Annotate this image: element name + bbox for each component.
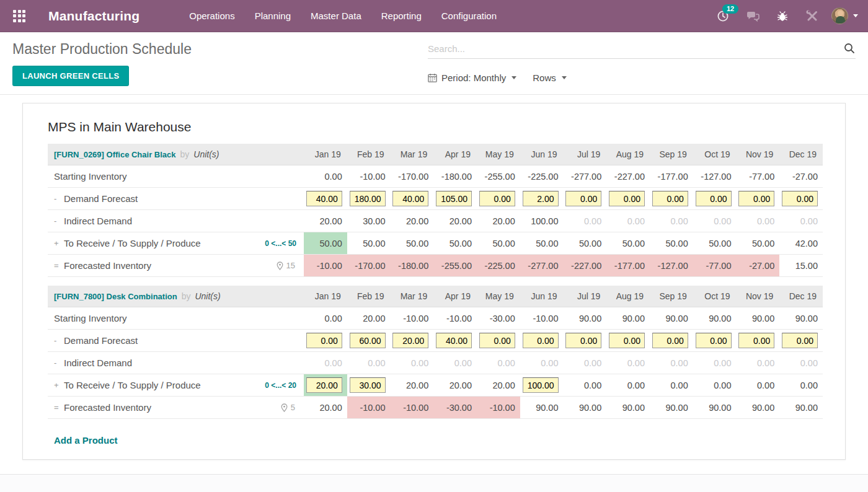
forecast-input[interactable] (306, 191, 342, 206)
search-input[interactable] (428, 43, 843, 54)
cell-value: 0.00 (627, 358, 645, 368)
forecast-input[interactable] (782, 191, 818, 206)
row-label-cell: Starting Inventory (48, 165, 304, 187)
forecast-input[interactable] (523, 333, 559, 348)
user-menu[interactable] (831, 7, 858, 24)
cell-value: 20.00 (450, 380, 472, 390)
forecast-input[interactable] (392, 333, 428, 348)
cell-value: 0.00 (325, 172, 342, 182)
forecast-input[interactable] (652, 191, 688, 206)
forecast-input[interactable] (436, 333, 472, 348)
forecast-input[interactable] (523, 191, 559, 206)
mps-cell: 90.00 (737, 397, 780, 418)
mps-cell: -170.00 (391, 165, 434, 187)
forecast-input[interactable] (523, 377, 559, 393)
product-link[interactable]: [FURN_7800] Desk Combination (54, 292, 177, 301)
cell-value: 20.00 (406, 380, 428, 390)
month-header: Mar 19 (391, 149, 434, 159)
cell-value: 20.00 (450, 216, 472, 226)
forecast-input[interactable] (696, 333, 732, 348)
add-product-link[interactable]: Add a Product (54, 435, 118, 446)
search-icon[interactable] (843, 42, 856, 55)
product-link[interactable]: [FURN_0269] Office Chair Black (54, 150, 176, 159)
row-indirect-demand: -Indirect Demand20.0030.0020.0020.0020.0… (48, 210, 823, 232)
cell-value: 50.00 (450, 239, 472, 248)
control-panel: Master Production Schedule LAUNCH GREEN … (0, 32, 868, 95)
mps-cell (304, 188, 347, 209)
forecast-input[interactable] (565, 333, 601, 348)
lead-time-indicator: 5 (281, 403, 304, 412)
mps-cell: -30.00 (477, 307, 520, 329)
forecast-input[interactable] (392, 191, 428, 206)
mps-cell: 0.00 (304, 352, 347, 374)
apps-menu-icon[interactable] (10, 7, 29, 25)
forecast-input[interactable] (479, 333, 515, 348)
cell-value: 15.00 (795, 261, 818, 271)
row-label: Forecasted Inventory (64, 260, 151, 271)
cell-value: -27.00 (749, 261, 774, 271)
forecast-input[interactable] (609, 333, 645, 348)
menu-item-planning[interactable]: Planning (247, 1, 298, 31)
mps-cell: 50.00 (564, 232, 607, 254)
month-header: Nov 19 (737, 291, 780, 301)
mps-cell: 0.00 (391, 352, 434, 374)
mps-cell: 50.00 (433, 232, 477, 254)
activities-button[interactable]: 12 (712, 6, 733, 27)
by-label: by (180, 149, 190, 159)
mps-cell: 90.00 (693, 397, 737, 418)
forecast-input[interactable] (306, 333, 342, 348)
row-label-cell: -Indirect Demand (48, 210, 304, 232)
row-label: Demand Forecast (64, 335, 138, 346)
row-starting-inventory: Starting Inventory0.0020.00-10.00-10.00-… (48, 307, 823, 330)
mps-cell: 0.00 (779, 210, 823, 232)
mps-cell: -127.00 (693, 165, 737, 187)
mps-cell: -277.00 (520, 255, 564, 276)
forecast-input[interactable] (738, 191, 774, 206)
forecast-input[interactable] (350, 191, 386, 206)
debug-button[interactable] (772, 6, 793, 27)
cell-value: 90.00 (579, 314, 601, 323)
mps-cell: 90.00 (650, 307, 693, 329)
rows-filter[interactable]: Rows (533, 72, 567, 83)
cell-value: -225.00 (485, 261, 515, 271)
forecast-input[interactable] (565, 191, 601, 206)
cell-value: 20.00 (319, 216, 342, 226)
cell-value: -77.00 (749, 172, 774, 182)
cell-value: 0.00 (671, 380, 688, 390)
launch-green-cells-button[interactable]: LAUNCH GREEN CELLS (12, 66, 129, 86)
period-filter-label: Period: Monthly (441, 72, 506, 83)
forecast-input[interactable] (609, 191, 645, 206)
support-button[interactable] (802, 6, 823, 27)
menu-item-master-data[interactable]: Master Data (303, 1, 369, 31)
forecast-input[interactable] (350, 333, 386, 348)
forecast-input[interactable] (782, 333, 818, 348)
procurement-range-note: 0 <...< 20 (265, 381, 304, 390)
menu-item-operations[interactable]: Operations (182, 1, 242, 31)
period-filter[interactable]: Period: Monthly (428, 72, 516, 83)
forecast-input[interactable] (350, 377, 386, 393)
mps-cell: 0.00 (693, 210, 737, 232)
app-brand-title[interactable]: Manufacturing (48, 9, 140, 24)
forecast-input[interactable] (696, 191, 732, 206)
menu-item-configuration[interactable]: Configuration (434, 1, 504, 31)
forecast-input[interactable] (479, 191, 515, 206)
row-label-cell: =Forecasted Inventory15 (48, 255, 304, 276)
forecast-input[interactable] (306, 377, 342, 393)
month-header: Dec 19 (779, 149, 823, 159)
forecast-input[interactable] (436, 191, 472, 206)
menu-item-reporting[interactable]: Reporting (374, 1, 429, 31)
cell-value: 0.00 (627, 380, 645, 390)
forecast-input[interactable] (738, 333, 774, 348)
row-label-cell: -Demand Forecast (48, 188, 304, 209)
row-label: Indirect Demand (64, 216, 132, 226)
messages-button[interactable] (742, 6, 763, 27)
month-header: Feb 19 (347, 149, 391, 159)
mps-cell: -170.00 (347, 255, 391, 276)
row-prefix: = (54, 261, 64, 270)
cell-value: 90.00 (622, 314, 645, 323)
cell-value: 50.00 (752, 239, 774, 248)
forecast-input[interactable] (652, 333, 688, 348)
month-header: Nov 19 (737, 149, 780, 159)
mps-cell (347, 330, 391, 351)
chevron-down-icon (512, 76, 516, 79)
